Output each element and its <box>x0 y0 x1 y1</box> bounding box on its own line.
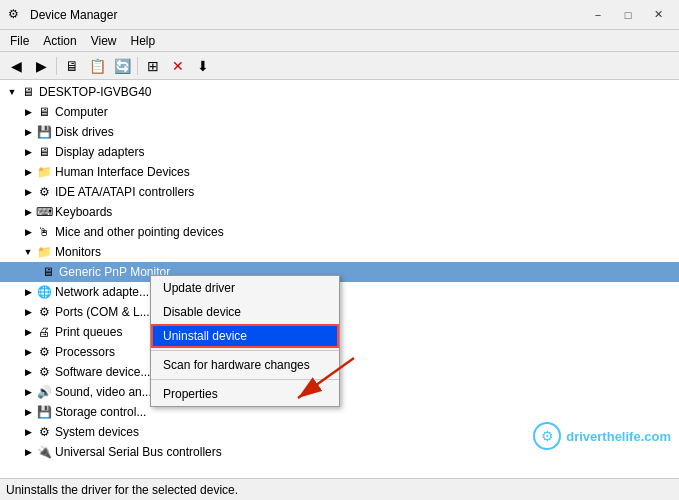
hid-expand[interactable]: ▶ <box>20 164 36 180</box>
display-icon: 🖥 <box>36 144 52 160</box>
sound-expand[interactable]: ▶ <box>20 384 36 400</box>
keyboards-icon: ⌨ <box>36 204 52 220</box>
mice-icon: 🖱 <box>36 224 52 240</box>
status-bar: Uninstalls the driver for the selected d… <box>0 478 679 500</box>
print-expand[interactable]: ▶ <box>20 324 36 340</box>
network-label: Network adapte... <box>55 285 149 299</box>
properties-button[interactable]: 📋 <box>85 55 109 77</box>
minimize-button[interactable]: − <box>585 5 611 25</box>
root-label: DESKTOP-IGVBG40 <box>39 85 151 99</box>
title-bar-left: ⚙ Device Manager <box>8 7 117 23</box>
toolbar-sep-2 <box>137 57 138 75</box>
storage-icon: 💾 <box>36 404 52 420</box>
update-button[interactable]: ⬇ <box>191 55 215 77</box>
watermark-logo: ⚙ <box>533 422 561 450</box>
generic-icon: 🖥 <box>40 264 56 280</box>
tree-item-display[interactable]: ▶ 🖥 Display adapters <box>0 142 679 162</box>
hid-label: Human Interface Devices <box>55 165 190 179</box>
system-label: System devices <box>55 425 139 439</box>
hid-icon: 📁 <box>36 164 52 180</box>
title-text: Device Manager <box>30 8 117 22</box>
monitors-icon: 📁 <box>36 244 52 260</box>
toolbar: ◀ ▶ 🖥 📋 🔄 ⊞ ✕ ⬇ <box>0 52 679 80</box>
main-area: ▼ 🖥 DESKTOP-IGVBG40 ▶ 🖥 Computer ▶ 💾 Dis… <box>0 80 679 478</box>
display-expand[interactable]: ▶ <box>20 144 36 160</box>
menu-view[interactable]: View <box>85 32 123 50</box>
tree-item-mice[interactable]: ▶ 🖱 Mice and other pointing devices <box>0 222 679 242</box>
ports-expand[interactable]: ▶ <box>20 304 36 320</box>
monitors-label: Monitors <box>55 245 101 259</box>
ports-icon: ⚙ <box>36 304 52 320</box>
processors-expand[interactable]: ▶ <box>20 344 36 360</box>
network-expand[interactable]: ▶ <box>20 284 36 300</box>
mice-label: Mice and other pointing devices <box>55 225 224 239</box>
tree-item-keyboards[interactable]: ▶ ⌨ Keyboards <box>0 202 679 222</box>
software-icon: ⚙ <box>36 364 52 380</box>
sound-label: Sound, video an... <box>55 385 152 399</box>
root-expand-icon[interactable]: ▼ <box>4 84 20 100</box>
back-button[interactable]: ◀ <box>4 55 28 77</box>
print-label: Print queues <box>55 325 122 339</box>
ctx-scan-hardware[interactable]: Scan for hardware changes <box>151 353 339 377</box>
ide-icon: ⚙ <box>36 184 52 200</box>
network-icon: 🌐 <box>36 284 52 300</box>
disk-icon: 💾 <box>36 124 52 140</box>
title-controls: − □ ✕ <box>585 5 671 25</box>
remove-button[interactable]: ✕ <box>166 55 190 77</box>
computer-icon: 🖥 <box>36 104 52 120</box>
ide-expand[interactable]: ▶ <box>20 184 36 200</box>
keyboards-expand[interactable]: ▶ <box>20 204 36 220</box>
ports-label: Ports (COM & L... <box>55 305 150 319</box>
tree-item-ide[interactable]: ▶ ⚙ IDE ATA/ATAPI controllers <box>0 182 679 202</box>
menu-help[interactable]: Help <box>125 32 162 50</box>
usb-icon: 🔌 <box>36 444 52 460</box>
tree-root[interactable]: ▼ 🖥 DESKTOP-IGVBG40 <box>0 82 679 102</box>
computer-button[interactable]: 🖥 <box>60 55 84 77</box>
computer-label: Computer <box>55 105 108 119</box>
print-icon: 🖨 <box>36 324 52 340</box>
watermark-text: driverthelife.com <box>566 429 671 444</box>
add-button[interactable]: ⊞ <box>141 55 165 77</box>
ctx-update-driver[interactable]: Update driver <box>151 276 339 300</box>
tree-item-monitors[interactable]: ▼ 📁 Monitors <box>0 242 679 262</box>
ctx-properties[interactable]: Properties <box>151 382 339 406</box>
software-label: Software device... <box>55 365 150 379</box>
processors-icon: ⚙ <box>36 344 52 360</box>
display-label: Display adapters <box>55 145 144 159</box>
monitors-expand[interactable]: ▼ <box>20 244 36 260</box>
root-icon: 🖥 <box>20 84 36 100</box>
tree-item-computer[interactable]: ▶ 🖥 Computer <box>0 102 679 122</box>
storage-label: Storage control... <box>55 405 146 419</box>
menu-file[interactable]: File <box>4 32 35 50</box>
maximize-button[interactable]: □ <box>615 5 641 25</box>
ide-label: IDE ATA/ATAPI controllers <box>55 185 194 199</box>
refresh-button[interactable]: 🔄 <box>110 55 134 77</box>
ctx-sep-2 <box>151 379 339 380</box>
app-icon: ⚙ <box>8 7 24 23</box>
title-bar: ⚙ Device Manager − □ ✕ <box>0 0 679 30</box>
storage-expand[interactable]: ▶ <box>20 404 36 420</box>
usb-expand[interactable]: ▶ <box>20 444 36 460</box>
disk-expand[interactable]: ▶ <box>20 124 36 140</box>
usb-label: Universal Serial Bus controllers <box>55 445 222 459</box>
sound-icon: 🔊 <box>36 384 52 400</box>
close-button[interactable]: ✕ <box>645 5 671 25</box>
software-expand[interactable]: ▶ <box>20 364 36 380</box>
computer-expand[interactable]: ▶ <box>20 104 36 120</box>
ctx-disable-device[interactable]: Disable device <box>151 300 339 324</box>
ctx-uninstall-device[interactable]: Uninstall device <box>151 324 339 348</box>
ctx-sep-1 <box>151 350 339 351</box>
system-icon: ⚙ <box>36 424 52 440</box>
tree-item-disk[interactable]: ▶ 💾 Disk drives <box>0 122 679 142</box>
keyboards-label: Keyboards <box>55 205 112 219</box>
mice-expand[interactable]: ▶ <box>20 224 36 240</box>
processors-label: Processors <box>55 345 115 359</box>
forward-button[interactable]: ▶ <box>29 55 53 77</box>
tree-item-hid[interactable]: ▶ 📁 Human Interface Devices <box>0 162 679 182</box>
system-expand[interactable]: ▶ <box>20 424 36 440</box>
status-text: Uninstalls the driver for the selected d… <box>6 483 238 497</box>
context-menu: Update driver Disable device Uninstall d… <box>150 275 340 407</box>
menu-action[interactable]: Action <box>37 32 82 50</box>
toolbar-sep-1 <box>56 57 57 75</box>
menu-bar: File Action View Help <box>0 30 679 52</box>
